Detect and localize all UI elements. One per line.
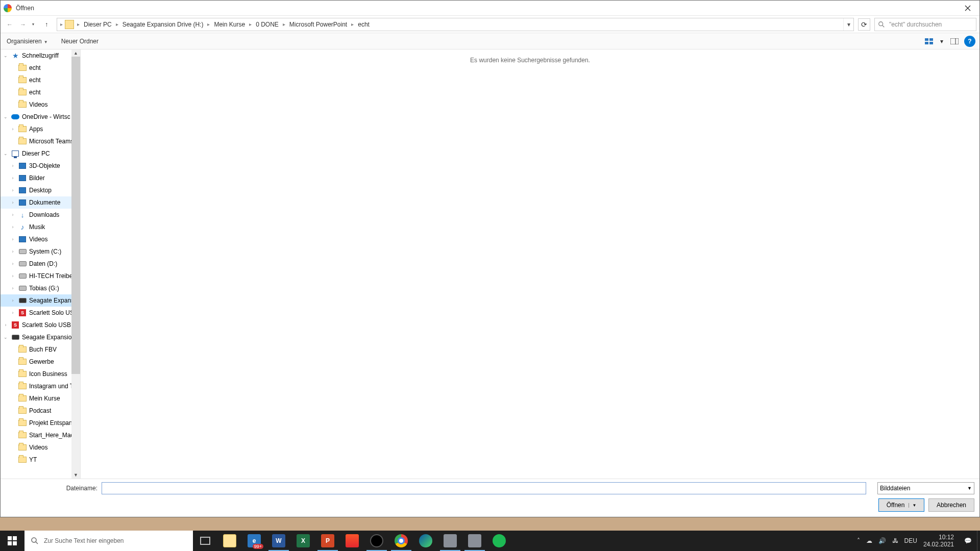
preview-pane-button[interactable] (949, 36, 960, 47)
expand-toggle-icon[interactable]: › (10, 310, 16, 315)
tree-item[interactable]: ›Tobias (G:) (1, 282, 80, 294)
tree-item[interactable]: Gewerbe (1, 356, 80, 368)
tree-item[interactable]: ›Desktop (1, 184, 80, 196)
volume-tray-icon[interactable]: 🔊 (878, 537, 886, 544)
expand-toggle-icon[interactable]: › (10, 273, 16, 279)
tree-item[interactable]: ›SScarlett Solo USB (1, 319, 80, 331)
filetype-select[interactable]: Bilddateien▼ (877, 482, 974, 494)
new-folder-button[interactable]: Neuer Ordner (59, 37, 101, 46)
expand-toggle-icon[interactable]: › (10, 286, 16, 291)
breadcrumb-item[interactable]: 0 DONE (253, 18, 282, 31)
task-view-button[interactable] (193, 531, 217, 551)
tree-item[interactable]: ⌄OneDrive - Wirtsc (1, 111, 80, 123)
tree-item[interactable]: ›Daten (D:) (1, 258, 80, 270)
tree-item[interactable]: echt (1, 74, 80, 86)
scroll-down-icon[interactable]: ▼ (71, 471, 80, 479)
tree-item[interactable]: Start_Here_Mac. (1, 429, 80, 441)
breadcrumb-item[interactable]: Mein Kurse (211, 18, 248, 31)
tree-item[interactable]: Buch FBV (1, 343, 80, 356)
scroll-up-icon[interactable]: ▲ (71, 49, 80, 57)
taskbar-app-ie[interactable]: e99+ (242, 531, 266, 551)
chevron-right-icon[interactable]: ▸ (206, 21, 211, 27)
notifications-tray-icon[interactable]: 💬 (964, 537, 972, 544)
tree-item[interactable]: ›System (C:) (1, 245, 80, 258)
refresh-button[interactable]: ⟳ (858, 18, 870, 31)
chevron-right-icon[interactable]: ▸ (76, 21, 81, 27)
organize-button[interactable]: Organisieren▼ (5, 37, 50, 46)
tree-item[interactable]: ›Apps (1, 123, 80, 135)
tree-item[interactable]: ›HI-TECH Treiber (1, 270, 80, 282)
taskbar-app-generic2[interactable] (462, 531, 487, 551)
tree-item[interactable]: Instagram und T (1, 380, 80, 392)
chevron-right-icon[interactable]: ▸ (59, 21, 64, 27)
taskbar-app-explorer[interactable] (217, 531, 242, 551)
scroll-thumb[interactable] (71, 57, 80, 374)
tree-item[interactable]: ›SScarlett Solo USB (1, 307, 80, 319)
forward-button[interactable]: → (17, 18, 29, 31)
address-dropdown[interactable]: ▾ (843, 18, 853, 31)
expand-toggle-icon[interactable]: ⌄ (3, 335, 9, 340)
expand-toggle-icon[interactable]: › (10, 212, 16, 217)
close-button[interactable] (956, 1, 979, 16)
tree-item[interactable]: ›Downloads (1, 209, 80, 221)
expand-toggle-icon[interactable]: › (10, 188, 16, 193)
start-button[interactable] (0, 531, 24, 551)
tree-item[interactable]: ⌄Seagate Expansion (1, 331, 80, 343)
onedrive-tray-icon[interactable]: ☁ (866, 537, 872, 544)
tree-item[interactable]: ›3D-Objekte (1, 160, 80, 172)
taskbar-app-spotify[interactable] (487, 531, 511, 551)
expand-toggle-icon[interactable]: › (10, 224, 16, 230)
tree-item[interactable]: ›Bilder (1, 172, 80, 184)
view-mode-button[interactable] (923, 36, 935, 47)
open-button[interactable]: Öffnen▼ (878, 498, 924, 512)
taskbar-app-powerpoint[interactable]: P (315, 531, 340, 551)
navigation-tree[interactable]: ⌄SchnellzugriffechtechtechtVideos⌄OneDri… (1, 49, 81, 479)
taskbar-app-word[interactable]: W (266, 531, 291, 551)
filename-input[interactable] (102, 482, 866, 494)
breadcrumb-item[interactable]: Microsoft PowerPoint (286, 18, 350, 31)
tree-item[interactable]: Projekt Entspann (1, 417, 80, 429)
taskbar-app-generic1[interactable] (438, 531, 462, 551)
search-input[interactable]: "echt" durchsuchen (874, 18, 976, 31)
chevron-right-icon[interactable]: ▸ (282, 21, 286, 27)
expand-toggle-icon[interactable]: › (10, 176, 16, 181)
expand-toggle-icon[interactable]: › (10, 249, 16, 254)
back-button[interactable]: ← (4, 18, 16, 31)
tree-item[interactable]: Videos (1, 441, 80, 454)
tree-item[interactable]: echt (1, 62, 80, 74)
tree-item[interactable]: Videos (1, 98, 80, 111)
taskbar-app-excel[interactable]: X (291, 531, 315, 551)
tree-item[interactable]: Mein Kurse (1, 392, 80, 405)
taskbar-app-brave[interactable] (340, 531, 364, 551)
tree-item[interactable]: YT (1, 454, 80, 466)
expand-toggle-icon[interactable]: ⌄ (3, 114, 9, 119)
expand-toggle-icon[interactable]: › (3, 322, 9, 328)
tree-item[interactable]: ›Musik (1, 221, 80, 233)
network-tray-icon[interactable]: 🖧 (892, 537, 898, 544)
taskbar-search[interactable]: Zur Suche Text hier eingeben (24, 531, 193, 551)
help-button[interactable]: ? (964, 36, 975, 47)
tree-item[interactable]: ⌄Dieser PC (1, 147, 80, 160)
breadcrumb-item[interactable]: Dieser PC (81, 18, 115, 31)
breadcrumb-item[interactable]: Seagate Expansion Drive (H:) (119, 18, 207, 31)
tree-item[interactable]: ›Dokumente (1, 196, 80, 209)
up-button[interactable]: ↑ (40, 18, 53, 31)
show-desktop-button[interactable] (977, 531, 980, 551)
chevron-right-icon[interactable]: ▸ (115, 21, 119, 27)
expand-toggle-icon[interactable]: › (10, 163, 16, 168)
show-hidden-icons[interactable]: ˄ (857, 537, 860, 544)
expand-toggle-icon[interactable]: › (10, 261, 16, 266)
tree-item[interactable]: echt (1, 86, 80, 98)
language-indicator[interactable]: DEU (904, 537, 917, 544)
taskbar-app-obs[interactable] (364, 531, 389, 551)
tree-item[interactable]: Podcast (1, 405, 80, 417)
address-bar[interactable]: ▸ ▸ Dieser PC ▸ Seagate Expansion Drive … (57, 18, 854, 31)
tree-item[interactable]: Microsoft Teams (1, 135, 80, 147)
expand-toggle-icon[interactable]: › (10, 237, 16, 242)
tree-item[interactable]: ›Seagate Expansi (1, 294, 80, 307)
expand-toggle-icon[interactable]: › (10, 127, 16, 132)
chevron-right-icon[interactable]: ▸ (350, 21, 355, 27)
expand-toggle-icon[interactable]: ⌄ (3, 53, 9, 58)
tree-item[interactable]: Icon Business (1, 368, 80, 380)
tree-item[interactable]: ⌄Schnellzugriff (1, 49, 80, 62)
